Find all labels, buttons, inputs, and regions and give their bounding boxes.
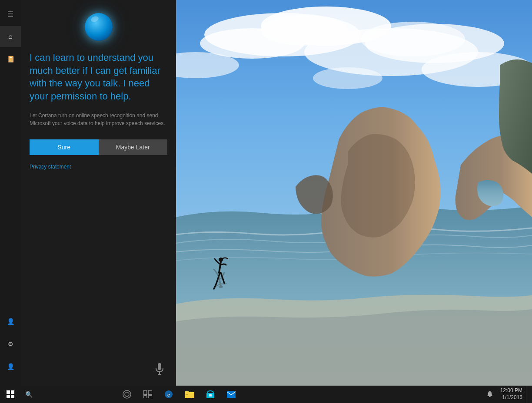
home-icon: ⌂ [8,33,13,40]
taskbar-cortana-button[interactable] [116,386,137,403]
feedback-icon: 👤 [7,363,14,370]
cortana-buttons-row: Sure Maybe Later [30,139,167,155]
taskbar-date: 1/1/2016 [502,394,522,401]
svg-rect-19 [158,363,161,370]
taskbar-edge-button[interactable]: e [158,386,179,403]
svg-point-10 [361,22,465,56]
taskbar-time: 12:00 PM [500,387,522,394]
show-desktop-button[interactable] [526,386,529,403]
cortana-taskbar-icon [123,390,131,399]
store-taskbar-icon [206,390,215,399]
svg-rect-29 [148,390,152,395]
taskbar: 🔍 e [0,386,532,403]
task-view-button[interactable] [137,386,158,403]
start-button[interactable] [0,386,21,403]
person-icon: 👤 [7,318,14,325]
cortana-sidebar: ☰ ⌂ 📔 👤 ⚙ 👤 I can learn to understand yo… [0,0,176,386]
taskbar-search[interactable]: 🔍 [21,386,116,403]
notifications-icon [486,391,493,398]
svg-rect-37 [209,394,212,396]
svg-rect-25 [11,395,14,398]
sure-button[interactable]: Sure [30,139,99,155]
edge-taskbar-icon: e [164,390,173,399]
nav-rail: ☰ ⌂ 📔 👤 ⚙ 👤 [0,0,21,386]
notebook-icon: 📔 [7,56,14,63]
nav-notebook-button[interactable]: 📔 [0,49,21,69]
svg-rect-31 [148,396,152,398]
taskbar-explorer-button[interactable] [179,386,200,403]
svg-rect-23 [11,390,14,394]
mic-icon [155,363,164,375]
svg-point-9 [261,15,348,46]
svg-text:e: e [167,392,170,397]
mic-button[interactable] [152,361,167,377]
cortana-sub-message: Let Cortana turn on online speech recogn… [30,112,167,127]
cortana-orb [85,13,113,41]
explorer-taskbar-icon [185,390,194,398]
svg-rect-28 [143,390,147,395]
svg-rect-30 [143,396,147,398]
privacy-statement-link[interactable]: Privacy statement [30,164,71,170]
taskbar-clock[interactable]: 12:00 PM 1/1/2016 [497,386,526,403]
svg-rect-22 [7,390,10,394]
nav-settings-button[interactable]: ⚙ [0,334,21,354]
nav-rail-bottom: 👤 ⚙ 👤 [0,311,21,386]
taskbar-store-button[interactable] [200,386,221,403]
settings-icon: ⚙ [8,340,13,347]
nav-feedback-button[interactable]: 👤 [0,356,21,377]
svg-rect-24 [7,395,10,398]
cortana-orb-container [30,13,167,41]
maybe-later-button[interactable]: Maybe Later [99,139,168,155]
nav-menu-button[interactable]: ☰ [0,3,21,24]
cortana-main-panel: I can learn to understand you much bette… [21,0,176,386]
taskbar-mail-button[interactable] [221,386,242,403]
svg-point-8 [313,67,382,89]
nav-person-button[interactable]: 👤 [0,311,21,332]
taskbar-search-icon: 🔍 [25,391,33,398]
windows-logo-icon [7,390,14,398]
svg-point-27 [125,392,129,396]
taskbar-notifications[interactable] [483,386,497,403]
svg-point-26 [123,390,131,398]
svg-rect-35 [186,394,188,395]
taskbar-right-area: 12:00 PM 1/1/2016 [483,386,532,403]
cortana-main-message: I can learn to understand you much bette… [30,51,167,103]
hamburger-icon: ☰ [7,10,13,18]
nav-home-button[interactable]: ⌂ [0,26,21,47]
mail-taskbar-icon [226,390,236,398]
svg-rect-38 [227,391,236,398]
task-view-icon [143,390,152,398]
